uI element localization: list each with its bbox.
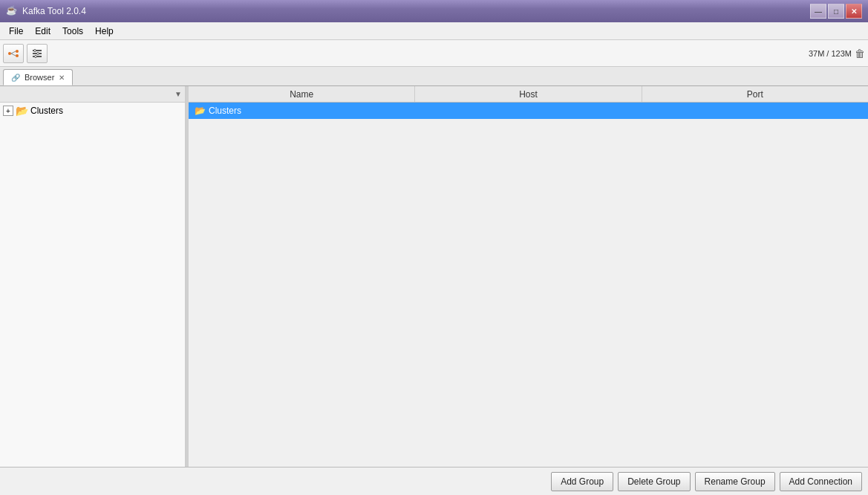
- title-bar-controls: — □ ✕: [810, 4, 862, 19]
- tabs-bar: 🔗 Browser ✕: [0, 67, 868, 86]
- app-title: Kafka Tool 2.0.4: [22, 6, 86, 16]
- maximize-button[interactable]: □: [828, 4, 844, 19]
- toolbar: 37M / 123M 🗑: [0, 40, 868, 67]
- svg-point-1: [16, 50, 19, 53]
- app-icon: ☕: [6, 5, 18, 17]
- title-bar: ☕ Kafka Tool 2.0.4 — □ ✕: [0, 0, 868, 22]
- col-header-port: Port: [642, 86, 868, 102]
- toolbar-btn-connect[interactable]: [3, 44, 24, 63]
- tree-panel: ▼ + 📂 Clusters: [0, 86, 186, 467]
- add-group-button[interactable]: Add Group: [551, 472, 613, 491]
- tree-label-clusters: Clusters: [30, 106, 63, 116]
- folder-icon: 📂: [16, 105, 28, 117]
- svg-point-9: [37, 52, 39, 54]
- tree-node-clusters[interactable]: + 📂 Clusters: [0, 103, 185, 119]
- rename-group-button[interactable]: Rename Group: [695, 472, 775, 491]
- memory-indicator: 37M / 123M: [809, 49, 852, 58]
- tree-sort-icon: ▼: [174, 90, 182, 98]
- svg-point-8: [34, 49, 36, 51]
- table-row[interactable]: 📂 Clusters: [189, 103, 868, 119]
- col-header-host: Host: [415, 86, 642, 102]
- svg-point-10: [35, 55, 37, 57]
- main-content: ▼ + 📂 Clusters Name Host Port 📂 Clusters: [0, 86, 868, 467]
- tree-header: ▼: [0, 86, 185, 103]
- tree-expander-clusters[interactable]: +: [3, 106, 13, 116]
- menu-edit[interactable]: Edit: [29, 25, 56, 38]
- minimize-button[interactable]: —: [810, 4, 826, 19]
- cell-name: 📂 Clusters: [189, 106, 415, 116]
- clear-memory-button[interactable]: 🗑: [855, 48, 865, 59]
- menu-help[interactable]: Help: [89, 25, 120, 38]
- delete-group-button[interactable]: Delete Group: [618, 472, 690, 491]
- svg-point-2: [16, 54, 19, 57]
- connect-icon: [7, 48, 19, 59]
- table-panel: Name Host Port 📂 Clusters: [189, 86, 868, 467]
- menu-bar: File Edit Tools Help: [0, 22, 868, 40]
- table-body: 📂 Clusters: [189, 103, 868, 467]
- svg-line-4: [11, 54, 16, 56]
- close-button[interactable]: ✕: [846, 4, 862, 19]
- table-header: Name Host Port: [189, 86, 868, 103]
- tab-browser-icon: 🔗: [11, 74, 20, 82]
- row-folder-icon: 📂: [195, 106, 206, 116]
- col-header-name: Name: [189, 86, 415, 102]
- menu-file[interactable]: File: [3, 25, 29, 38]
- menu-tools[interactable]: Tools: [56, 25, 89, 38]
- tab-browser[interactable]: 🔗 Browser ✕: [3, 69, 73, 85]
- bottom-bar: Add Group Delete Group Rename Group Add …: [0, 467, 868, 495]
- svg-point-0: [8, 52, 11, 55]
- settings-icon: [31, 48, 43, 59]
- toolbar-right: 37M / 123M 🗑: [809, 48, 865, 59]
- toolbar-left: [3, 44, 48, 63]
- add-connection-button[interactable]: Add Connection: [780, 472, 862, 491]
- title-bar-left: ☕ Kafka Tool 2.0.4: [6, 5, 86, 17]
- tab-browser-close[interactable]: ✕: [59, 74, 65, 82]
- toolbar-btn-settings[interactable]: [27, 44, 48, 63]
- row-name-value: Clusters: [209, 106, 241, 116]
- tab-browser-label: Browser: [25, 73, 54, 82]
- svg-line-3: [11, 51, 16, 54]
